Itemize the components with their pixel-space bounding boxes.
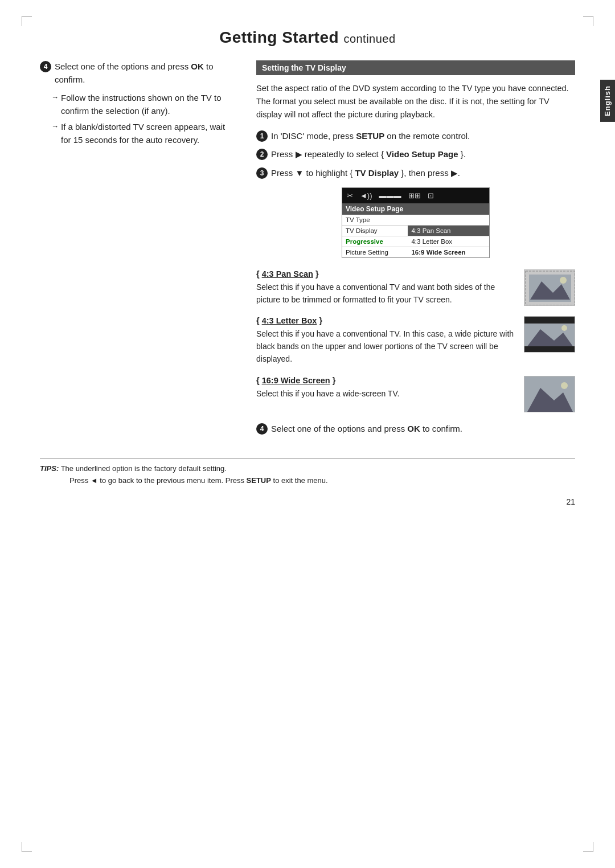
- icon-bars: ▬▬▬: [379, 191, 401, 200]
- pan-scan-svg: [524, 270, 575, 306]
- letter-box-row: { 4:3 Letter Box } Select this if you ha…: [256, 316, 575, 365]
- step-4-circle: 4: [40, 61, 51, 72]
- intro-text: Set the aspect ratio of the DVD system a…: [256, 82, 575, 122]
- step-3-text: Press ▼ to highlight { TV Display }, the…: [271, 167, 575, 180]
- step-4-text: Select one of the options and press OK t…: [55, 60, 233, 86]
- pan-scan-text: Select this if you have a conventional T…: [256, 281, 516, 306]
- arrow-symbol-2: →: [51, 122, 59, 130]
- menu-val-picturesetting: 16:9 Wide Screen: [408, 247, 489, 258]
- step-1-circle: 1: [256, 130, 268, 142]
- pan-scan-title: { 4:3 Pan Scan }: [256, 269, 516, 279]
- svg-rect-7: [524, 346, 575, 353]
- step-3-right: 3 Press ▼ to highlight { TV Display }, t…: [256, 167, 575, 180]
- page-title: Getting Started continued: [40, 28, 575, 47]
- step-2-text: Press ▶ repeatedly to select { Video Set…: [271, 148, 575, 161]
- menu-row-progressive: Progressive 4:3 Letter Box: [342, 236, 489, 247]
- step-2-right: 2 Press ▶ repeatedly to select { Video S…: [256, 148, 575, 161]
- step-4r-circle: 4: [256, 423, 268, 435]
- tips-line1: TIPS: The underlined option is the facto…: [40, 463, 575, 475]
- svg-rect-6: [524, 317, 575, 324]
- title-main: Getting Started: [219, 28, 339, 46]
- step-4-left: 4 Select one of the options and press OK…: [40, 60, 233, 86]
- icon-scissors: ✂: [347, 191, 353, 200]
- svg-point-10: [561, 325, 567, 331]
- step-4r-text: Select one of the options and press OK t…: [271, 423, 575, 436]
- tips-line2: Press ◄ to go back to the previous menu …: [40, 475, 575, 487]
- menu-val-tvtype: [408, 215, 489, 226]
- letter-box-svg: [524, 317, 575, 353]
- left-column: 4 Select one of the options and press OK…: [40, 60, 233, 150]
- dvd-menu-icons: ✂ ◄)) ▬▬▬ ⊞⊞ ⊡: [342, 188, 489, 203]
- title-continued: continued: [343, 32, 395, 45]
- option-wide-screen: { 16:9 Wide Screen } Select this if you …: [256, 376, 575, 412]
- step-4-right: 4 Select one of the options and press OK…: [256, 423, 575, 436]
- menu-row-tvdisplay: TV Display 4:3 Pan Scan: [342, 226, 489, 236]
- dvd-menu-table: TV Type TV Display 4:3 Pan Scan Progress…: [342, 215, 489, 257]
- step-1-right: 1 In 'DISC' mode, press SETUP on the rem…: [256, 130, 575, 143]
- step-2-circle: 2: [256, 149, 268, 160]
- menu-label-progressive: Progressive: [342, 236, 408, 247]
- arrow-symbol-1: →: [51, 93, 59, 101]
- menu-val-progressive: 4:3 Letter Box: [408, 236, 489, 247]
- two-column-layout: 4 Select one of the options and press OK…: [40, 60, 575, 441]
- arrow-item-1: → Follow the instructions shown on the T…: [51, 92, 233, 117]
- option-pan-scan: { 4:3 Pan Scan } Select this if you have…: [256, 269, 575, 306]
- pan-scan-image: [524, 269, 575, 306]
- tips-line1-text: The underlined option is the factory def…: [61, 464, 227, 473]
- letter-box-text-block: { 4:3 Letter Box } Select this if you ha…: [256, 316, 516, 365]
- icon-grid: ⊞⊞: [408, 191, 421, 200]
- letter-box-image: [524, 316, 575, 353]
- corner-mark-bl: [22, 842, 32, 852]
- menu-label-tvdisplay: TV Display: [342, 226, 408, 236]
- arrow-text-1: Follow the instructions shown on the TV …: [61, 92, 233, 117]
- menu-row-tvtype: TV Type: [342, 215, 489, 226]
- dvd-menu: ✂ ◄)) ▬▬▬ ⊞⊞ ⊡ Video Setup Page TV Type …: [342, 187, 490, 258]
- letter-box-title: { 4:3 Letter Box }: [256, 316, 516, 325]
- wide-screen-row: { 16:9 Wide Screen } Select this if you …: [256, 376, 575, 412]
- step-3-circle: 3: [256, 167, 268, 179]
- language-tab: English: [600, 80, 615, 122]
- step-1-text: In 'DISC' mode, press SETUP on the remot…: [271, 130, 575, 143]
- right-column: Setting the TV Display Set the aspect ra…: [256, 60, 575, 441]
- option-letter-box: { 4:3 Letter Box } Select this if you ha…: [256, 316, 575, 365]
- dvd-menu-title: Video Setup Page: [342, 203, 489, 215]
- arrow-item-2: → If a blank/distorted TV screen appears…: [51, 121, 233, 146]
- menu-label-tvtype: TV Type: [342, 215, 408, 226]
- page-content: Getting Started continued 4 Select one o…: [40, 28, 575, 506]
- tips-label: TIPS:: [40, 464, 59, 473]
- icon-square: ⊡: [428, 191, 434, 200]
- svg-point-14: [561, 382, 568, 389]
- wide-screen-title: { 16:9 Wide Screen }: [256, 376, 516, 385]
- corner-mark-br: [583, 842, 593, 852]
- wide-screen-image: [524, 376, 575, 412]
- menu-row-picturesetting: Picture Setting 16:9 Wide Screen: [342, 247, 489, 258]
- icon-audio: ◄)): [360, 191, 372, 200]
- wide-screen-text-block: { 16:9 Wide Screen } Select this if you …: [256, 376, 516, 400]
- arrow-text-2: If a blank/distorted TV screen appears, …: [61, 121, 233, 146]
- svg-point-3: [560, 277, 567, 284]
- tips-footer: TIPS: The underlined option is the facto…: [40, 458, 575, 487]
- menu-label-picturesetting: Picture Setting: [342, 247, 408, 258]
- corner-mark-tl: [22, 16, 32, 26]
- wide-screen-svg: [524, 376, 575, 412]
- section-header: Setting the TV Display: [256, 60, 575, 75]
- page-number: 21: [40, 497, 575, 506]
- menu-val-tvdisplay: 4:3 Pan Scan: [408, 226, 489, 236]
- pan-scan-text-block: { 4:3 Pan Scan } Select this if you have…: [256, 269, 516, 306]
- corner-mark-tr: [583, 16, 593, 26]
- letter-box-text: Select this if you have a conventional T…: [256, 328, 516, 365]
- pan-scan-row: { 4:3 Pan Scan } Select this if you have…: [256, 269, 575, 306]
- wide-screen-text: Select this if you have a wide-screen TV…: [256, 388, 516, 400]
